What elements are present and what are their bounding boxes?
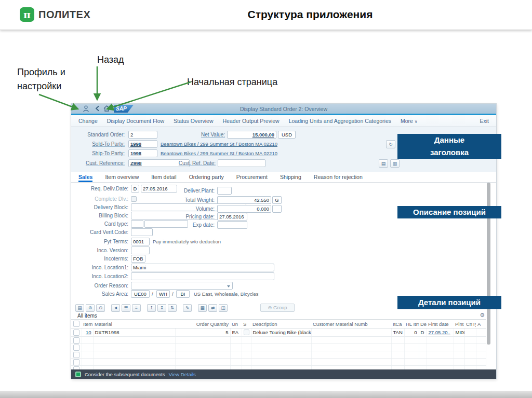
items-toolbar-icon[interactable]: ⇄ bbox=[208, 304, 217, 312]
sold-to-address-link[interactable]: Beantown Bikes / 299 Summer St / Boston … bbox=[161, 140, 277, 148]
empty-table-row bbox=[71, 344, 486, 351]
items-toolbar-icon[interactable]: ↧ bbox=[157, 304, 166, 312]
items-toolbar-icon[interactable]: ◫ bbox=[219, 304, 228, 312]
items-toolbar-icon[interactable]: ☰ bbox=[122, 304, 130, 312]
inco-location2-field[interactable] bbox=[131, 272, 274, 280]
cust-reference-label: Cust. Reference: bbox=[71, 159, 125, 167]
row-checkbox-cell[interactable] bbox=[71, 344, 82, 351]
sales-area-channel-field[interactable]: WH bbox=[156, 290, 170, 298]
cust-ref-date-field[interactable] bbox=[218, 159, 265, 167]
items-toolbar-icon[interactable]: ⇅ bbox=[168, 304, 177, 312]
col-material[interactable]: Material bbox=[93, 320, 175, 328]
row-checkbox-cell[interactable] bbox=[71, 328, 82, 337]
col-itca[interactable]: ItCa bbox=[391, 320, 404, 328]
sold-to-field[interactable]: 1998 bbox=[128, 140, 157, 148]
settings-gear-icon[interactable]: ⚙ bbox=[480, 312, 485, 318]
req-deliv-type-field[interactable]: D bbox=[131, 185, 139, 193]
row-checkbox-cell[interactable] bbox=[71, 359, 82, 366]
sales-area-division-field[interactable]: BI bbox=[176, 290, 190, 298]
sales-area-text: US East, Wholesale, Bicycles bbox=[194, 290, 259, 298]
ship-to-field[interactable]: 1998 bbox=[128, 149, 157, 157]
card-verif-code-field[interactable] bbox=[131, 228, 153, 236]
menu-header-output-preview[interactable]: Header Output Preview bbox=[223, 118, 280, 124]
items-toolbar-icon[interactable]: ⊕ bbox=[86, 304, 95, 312]
col-order-quantity[interactable]: Order Quantity bbox=[175, 320, 230, 328]
net-value-field[interactable]: 15.000,00 bbox=[227, 131, 276, 139]
deliver-plant-label: Deliver.Plant: bbox=[158, 187, 215, 195]
inco-version-field[interactable] bbox=[131, 246, 150, 254]
items-toolbar-icon[interactable]: ▦ bbox=[198, 304, 207, 312]
col-customer-material[interactable]: Customer Material Numb bbox=[311, 320, 391, 328]
incoterms-label: Incoterms: bbox=[71, 255, 128, 263]
col-cnty[interactable]: CnTy bbox=[464, 320, 476, 328]
pricing-date-field[interactable]: 27.05.2016 bbox=[217, 213, 247, 221]
tab-procurement[interactable]: Procurement bbox=[236, 174, 268, 182]
cell-material[interactable]: DXTR1998 bbox=[93, 328, 175, 337]
col-de[interactable]: De bbox=[419, 320, 427, 328]
cell-s[interactable] bbox=[242, 328, 251, 337]
col-first-date[interactable]: First date bbox=[427, 320, 454, 328]
col-un[interactable]: Un bbox=[230, 320, 242, 328]
cell-first-date[interactable]: 27.05.20.. bbox=[427, 328, 454, 337]
select-all-header[interactable] bbox=[71, 320, 82, 328]
items-toolbar-icon[interactable]: ◄ bbox=[111, 304, 120, 312]
card-type-field[interactable] bbox=[131, 220, 143, 228]
inco-version-label: Inco. Version: bbox=[71, 246, 128, 254]
menu-exit[interactable]: Exit bbox=[480, 118, 489, 124]
items-toolbar-icon[interactable]: ↥ bbox=[147, 304, 156, 312]
deliver-plant-field[interactable] bbox=[217, 187, 232, 195]
order-reason-select[interactable] bbox=[131, 282, 233, 290]
standard-order-field[interactable]: 2 bbox=[128, 131, 157, 139]
order-reason-label: Order Reason: bbox=[71, 282, 128, 290]
view-details-link[interactable]: View Details bbox=[169, 372, 196, 377]
row-checkbox-cell[interactable] bbox=[71, 337, 82, 344]
callout-header-data: Данные заголовка bbox=[397, 134, 501, 159]
group-button[interactable]: ⊜ Group bbox=[260, 304, 295, 312]
copy-icon[interactable]: ▤ bbox=[379, 159, 388, 168]
col-hl-itm[interactable]: HL Itm bbox=[404, 320, 419, 328]
cell-cnty bbox=[464, 328, 476, 337]
col-plnt[interactable]: Plnt bbox=[454, 320, 464, 328]
pyt-terms-field[interactable]: 0001 bbox=[131, 238, 150, 245]
col-a[interactable]: A bbox=[476, 320, 486, 328]
status-bar: Consider the subsequent documents View D… bbox=[71, 369, 496, 379]
menu-more[interactable]: More ∨ bbox=[401, 118, 418, 124]
col-s[interactable]: S bbox=[242, 320, 251, 328]
tab-shipping[interactable]: Shipping bbox=[280, 174, 301, 182]
currency-field[interactable]: USD bbox=[278, 131, 296, 139]
callout-item-details: Детали позиций bbox=[397, 296, 501, 309]
sales-form: Req. Deliv.Date: D 27.05.2016 Complete D… bbox=[71, 183, 496, 303]
politech-logo-icon: π bbox=[20, 7, 34, 22]
tab-sales[interactable]: Sales bbox=[78, 174, 92, 182]
ship-to-address-link[interactable]: Beantown Bikes / 299 Summer St / Boston … bbox=[161, 149, 277, 157]
items-toolbar-icon[interactable]: ⊖ bbox=[96, 304, 105, 312]
cell-item[interactable]: 10 bbox=[82, 328, 93, 337]
inco-location1-field[interactable]: Miami bbox=[131, 264, 274, 271]
cell-order-quantity: 5 bbox=[175, 328, 230, 337]
items-toolbar-icon[interactable]: ✎ bbox=[183, 304, 192, 312]
col-item[interactable]: Item bbox=[82, 320, 93, 328]
sales-area-org-field[interactable]: UE00 bbox=[131, 290, 150, 298]
menu-display-document-flow[interactable]: Display Document Flow bbox=[107, 118, 164, 124]
menu-change[interactable]: Change bbox=[78, 118, 98, 124]
refresh-icon[interactable]: ↻ bbox=[386, 140, 395, 148]
total-weight-field: 42.550 bbox=[217, 196, 271, 204]
menu-status-overview[interactable]: Status Overview bbox=[174, 118, 213, 124]
incoterms-field[interactable]: FOB bbox=[131, 255, 145, 263]
tab-item-detail[interactable]: Item detail bbox=[151, 174, 176, 182]
pyt-terms-label: Pyt Terms: bbox=[71, 238, 128, 245]
tab-reason-for-rejection[interactable]: Reason for rejection bbox=[314, 174, 363, 182]
tab-item-overview[interactable]: Item overview bbox=[105, 174, 139, 182]
volume-label: Volume: bbox=[158, 205, 215, 213]
col-description[interactable]: Description bbox=[251, 320, 311, 328]
items-toolbar-icon[interactable]: ▤ bbox=[75, 304, 84, 312]
row-checkbox-cell[interactable] bbox=[71, 351, 82, 359]
cell-customer-material bbox=[311, 328, 391, 337]
complete-dlv-checkbox[interactable] bbox=[131, 196, 137, 202]
output-icon[interactable]: ▥ bbox=[390, 159, 400, 168]
exp-date-field[interactable] bbox=[217, 221, 247, 229]
menu-loading-units[interactable]: Loading Units and Aggregation Categories bbox=[289, 118, 391, 124]
tab-ordering-party[interactable]: Ordering party bbox=[189, 174, 224, 182]
items-toolbar-icon[interactable]: ≡ bbox=[132, 304, 141, 312]
annotation-profile-line1: Профиль и bbox=[17, 65, 65, 79]
